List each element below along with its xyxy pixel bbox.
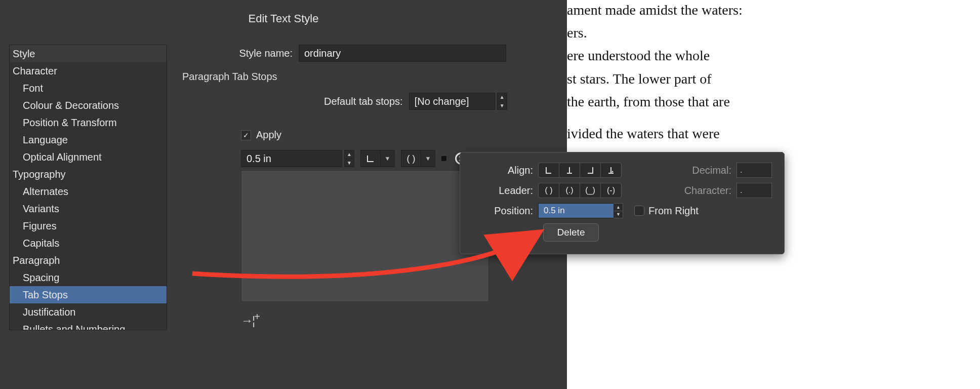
sidebar-item-font[interactable]: Font [10,80,167,97]
style-name-input[interactable] [299,45,506,62]
sidebar-item-style[interactable]: Style [10,45,167,62]
default-tab-stops-stepper[interactable]: ▲ ▼ [497,93,507,110]
doc-line: ers. [567,23,980,43]
sidebar-item-figures[interactable]: Figures [10,217,167,235]
doc-line: ament made amidst the waters: [567,0,980,20]
style-name-label: Style name: [182,48,299,59]
doc-line: st stars. The lower part of [567,69,980,89]
sidebar-item-spacing[interactable]: Spacing [10,269,167,286]
sidebar-item-typography[interactable]: Typography [10,166,167,183]
tabstop-position-stepper[interactable]: ▲ ▼ [344,150,354,167]
apply-label: Apply [256,129,281,141]
doc-line: the earth, from those that are [567,92,980,111]
chevron-up-icon[interactable]: ▲ [345,150,354,159]
leader-none-icon: ( ) [401,150,421,167]
leader-dot-option[interactable]: (.) [559,183,580,198]
align-segmented[interactable] [538,163,622,178]
sidebar-item-character[interactable]: Character [10,62,167,80]
align-center-option[interactable] [559,163,580,178]
sidebar-item-variants[interactable]: Variants [10,200,167,217]
align-left-option[interactable] [538,163,559,178]
sidebar-item-position-transform[interactable]: Position & Transform [10,114,167,131]
align-decimal-option[interactable] [600,163,622,178]
svg-point-0 [612,171,614,173]
default-tab-stops-select[interactable]: [No change] [409,93,495,110]
sidebar-item-colour-decorations[interactable]: Colour & Decorations [10,97,167,114]
panel-title: Edit Text Style [0,0,567,25]
tabstop-position-input[interactable] [241,150,342,167]
position-stepper[interactable]: ▲ ▼ [614,203,623,218]
align-left-icon [360,150,381,167]
chevron-down-icon[interactable]: ▼ [614,211,623,218]
from-right-label: From Right [648,205,699,217]
sidebar-item-justification[interactable]: Justification [10,303,167,321]
tabstops-list[interactable] [241,170,489,302]
chevron-up-icon[interactable]: ▲ [614,204,623,211]
position-input[interactable] [538,203,614,218]
apply-checkbox[interactable]: ✓ [241,130,251,140]
section-title: Paragraph Tab Stops [182,71,557,83]
sidebar-item-capitals[interactable]: Capitals [10,235,167,252]
sidebar-item-bullets-numbering[interactable]: Bullets and Numbering [10,321,167,330]
align-label: Align: [472,165,538,176]
align-right-option[interactable] [580,163,601,178]
doc-line: ivided the waters that were [567,124,980,143]
sidebar-item-language[interactable]: Language [10,131,167,148]
sidebar-item-paragraph[interactable]: Paragraph [10,252,167,269]
leader-label: Leader: [472,185,538,197]
default-tab-stops-value: [No change] [415,96,469,107]
plus-icon: + [254,311,259,322]
character-label: Character: [684,185,737,197]
sidebar-item-optical-alignment[interactable]: Optical Alignment [10,148,167,166]
character-input[interactable] [737,183,772,198]
leader-underscore-option[interactable]: (_) [580,183,601,198]
default-tab-stops-label: Default tab stops: [324,96,403,107]
add-tabstop-button[interactable]: →¦+ [241,311,557,328]
leader-segmented[interactable]: ( ) (.) (_) (-) [538,183,622,198]
position-label: Position: [472,205,538,217]
tabstop-swatch[interactable] [441,156,446,161]
tabstop-glyph-icon: →¦ [241,314,254,327]
tabstop-leader-dropdown[interactable]: ( ) ▼ [401,150,435,167]
delete-button[interactable]: Delete [543,223,599,242]
style-sections-sidebar: Style Character Font Colour & Decoration… [9,45,167,330]
from-right-checkbox[interactable] [634,206,644,216]
leader-none-option[interactable]: ( ) [538,183,559,198]
sidebar-item-tab-stops[interactable]: Tab Stops [10,286,167,303]
chevron-down-icon[interactable]: ▼ [498,102,507,110]
chevron-up-icon[interactable]: ▲ [498,93,507,102]
leader-dash-option[interactable]: (-) [600,183,622,198]
decimal-label: Decimal: [692,165,737,176]
chevron-down-icon[interactable]: ▼ [381,150,395,167]
chevron-down-icon[interactable]: ▼ [345,159,354,167]
tabstop-popout: Align: Decimal: Leader: ( ) (.) (_) (-) … [460,152,785,254]
doc-line: ere understood the whole [567,46,980,65]
decimal-input[interactable] [737,163,772,178]
sidebar-item-alternates[interactable]: Alternates [10,183,167,200]
tabstop-align-dropdown[interactable]: ▼ [360,150,395,167]
chevron-down-icon[interactable]: ▼ [421,150,435,167]
